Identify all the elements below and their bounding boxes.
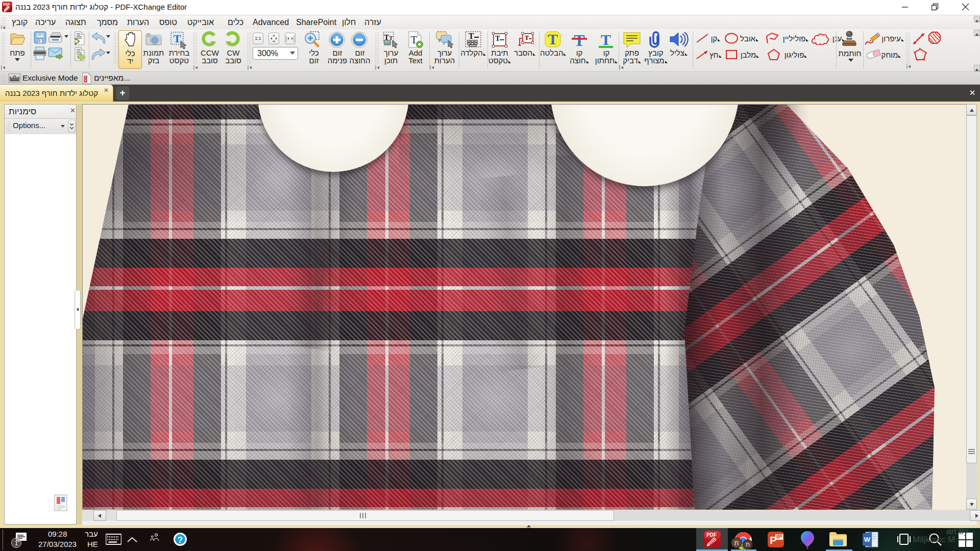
svg-text:T: T — [495, 35, 500, 42]
svg-text:T: T — [174, 32, 181, 45]
svg-text:T: T — [601, 32, 611, 48]
svg-text:PDF: PDF — [4, 3, 10, 6]
svg-text:W: W — [864, 536, 871, 543]
svg-text:T: T — [469, 32, 474, 40]
svg-text:P: P — [770, 535, 776, 546]
svg-text:PDF: PDF — [706, 532, 717, 538]
svg-text:T: T — [525, 34, 529, 41]
svg-text:T: T — [574, 32, 584, 48]
svg-text:T: T — [548, 31, 558, 47]
